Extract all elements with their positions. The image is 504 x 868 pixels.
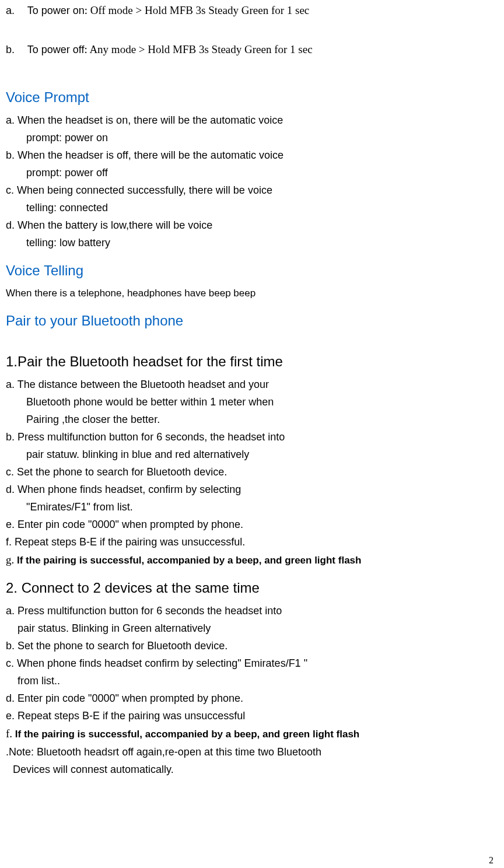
power-off-text: : Any mode > Hold MFB 3s Steady Green fo… xyxy=(84,43,312,55)
pair2-a-line2: pair status. Blinking in Green alternati… xyxy=(6,621,498,636)
power-on-label: To power on xyxy=(27,5,85,16)
pair1-c: c. Set the phone to search for Bluetooth… xyxy=(6,464,498,480)
pair2-e: e. Repeat steps B-E if the pairing was u… xyxy=(6,708,498,724)
pair-heading: Pair to your Bluetooth phone xyxy=(6,313,498,329)
pair2-f: f. If the pairing is successful, accompa… xyxy=(6,726,498,743)
pair1-heading: 1.Pair the Bluetooth headset for the fir… xyxy=(6,354,498,370)
pair1-g: g. If the pairing is successful, accompa… xyxy=(6,552,498,569)
pair2-d: d. Enter pin code "0000" when prompted b… xyxy=(6,691,498,706)
vp-item-a-line1: a. When the headset is on, there will be… xyxy=(6,113,498,128)
power-off-marker: b. xyxy=(6,42,24,58)
pair2-f-prefix: f. xyxy=(6,727,15,740)
power-on-line: a. To power on: Off mode > Hold MFB 3s S… xyxy=(6,2,498,19)
pair1-d-line1: d. When phone finds headset, confirm by … xyxy=(6,482,498,498)
pair2-note-line1: .Note: Bluetooth headsrt off again,re-op… xyxy=(6,744,498,760)
pair2-c-line2: from list.. xyxy=(6,673,498,689)
pair1-d-line2: "Emirates/F1" from list. xyxy=(6,499,498,515)
vp-item-c-line1: c. When being connected successfully, th… xyxy=(6,183,498,198)
pair1-a-line3: Pairing ,the closer the better. xyxy=(6,412,498,428)
pair2-b: b. Set the phone to search for Bluetooth… xyxy=(6,638,498,654)
power-off-label: To power off xyxy=(27,44,85,55)
pair2-note-line2: Devices will connest automatically. xyxy=(6,762,498,778)
voice-prompt-heading: Voice Prompt xyxy=(6,89,498,106)
power-on-text: : Off mode > Hold MFB 3s Steady Green fo… xyxy=(85,4,310,16)
vp-item-d-line2: telling: low battery xyxy=(6,235,498,251)
pair1-g-prefix: g. xyxy=(6,554,17,566)
pair1-a-line1: a. The distance between the Bluetooth he… xyxy=(6,377,498,393)
pair2-heading: 2. Connect to 2 devices at the same time xyxy=(6,580,498,596)
pair1-a-line2: Bluetooth phone would be better within 1… xyxy=(6,394,498,410)
pair1-b-line1: b. Press multifunction button for 6 seco… xyxy=(6,429,498,445)
power-off-line: b. To power off: Any mode > Hold MFB 3s … xyxy=(6,41,498,58)
vp-item-c-line2: telling: connected xyxy=(6,200,498,216)
pair2-f-bold: If the pairing is successful, accompanie… xyxy=(15,729,359,740)
voice-telling-heading: Voice Telling xyxy=(6,262,498,279)
page-number: 2 xyxy=(489,855,494,866)
pair2-a-line1: a. Press multifunction button for 6 seco… xyxy=(6,603,498,619)
power-on-marker: a. xyxy=(6,3,24,19)
vp-item-a-line2: prompt: power on xyxy=(6,130,498,146)
vp-item-b-line2: prompt: power off xyxy=(6,165,498,181)
pair1-g-bold: If the pairing is successful, accompanie… xyxy=(17,555,361,566)
voice-telling-body: When there is a telephone, headphones ha… xyxy=(6,286,498,301)
vp-item-d-line1: d. When the battery is low,there will be… xyxy=(6,218,498,233)
pair1-b-line2: pair statuw. blinking in blue and red al… xyxy=(6,447,498,463)
pair1-f: f. Repeat steps B-E if the pairing was u… xyxy=(6,534,498,550)
pair1-e: e. Enter pin code "0000" when prompted b… xyxy=(6,517,498,533)
vp-item-b-line1: b. When the headser is off, there will b… xyxy=(6,148,498,163)
pair2-c-line1: c. When phone finds headset confirm by s… xyxy=(6,656,498,671)
